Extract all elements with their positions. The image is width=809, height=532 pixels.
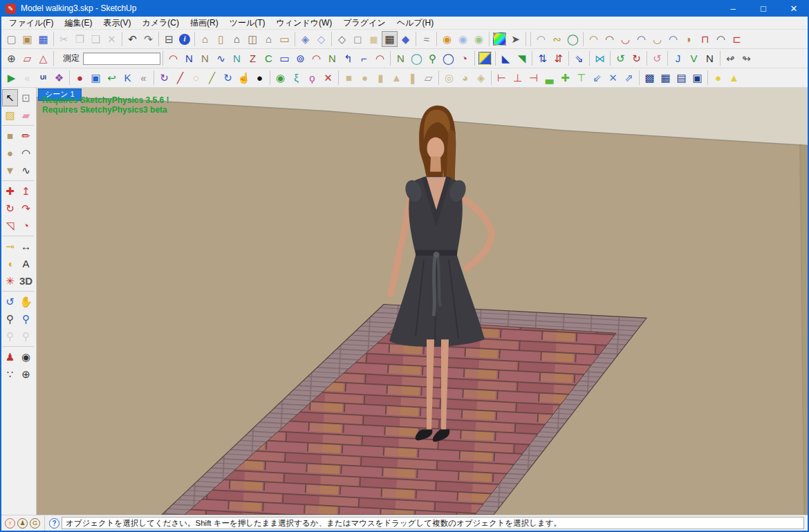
select-tool-icon[interactable]: ↖ bbox=[2, 89, 18, 106]
zoom-next-tool-icon[interactable]: ⚲ bbox=[18, 327, 34, 345]
paste-icon[interactable]: ❏ bbox=[88, 31, 104, 47]
align-blue-3-icon[interactable]: ⇗ bbox=[621, 70, 637, 86]
chevrons-icon[interactable]: « bbox=[136, 70, 151, 86]
compass-tool-icon[interactable]: ⊕ bbox=[18, 365, 34, 383]
save-icon[interactable]: ▦ bbox=[35, 31, 51, 47]
menu-help[interactable]: ヘルプ(H) bbox=[391, 17, 440, 30]
freehand-tool-icon[interactable]: ∿ bbox=[18, 162, 34, 179]
align-blue-1-icon[interactable]: ⇙ bbox=[589, 70, 605, 86]
motor-icon[interactable]: ◉ bbox=[272, 70, 288, 86]
solid-capsule-icon[interactable]: ❚ bbox=[404, 70, 420, 86]
text-tool-icon[interactable]: A bbox=[18, 255, 34, 272]
refresh-blue-icon[interactable]: ↻ bbox=[220, 70, 236, 86]
solid-torus-icon[interactable]: ◎ bbox=[441, 70, 457, 86]
arrows-updown-red-icon[interactable]: ⇵ bbox=[550, 50, 566, 66]
rotate-pink-icon[interactable]: ↺ bbox=[649, 50, 665, 66]
texture-tool-4-icon[interactable]: ▣ bbox=[689, 70, 705, 86]
arc3-tool-icon[interactable]: ◠ bbox=[372, 50, 388, 66]
arrows-updown-blue-icon[interactable]: ⇅ bbox=[534, 50, 550, 66]
component-panel-icon[interactable]: ▯ bbox=[213, 31, 229, 47]
orbit-tool-icon[interactable]: ↺ bbox=[2, 293, 18, 310]
house-outline-icon[interactable]: ⌂ bbox=[229, 31, 245, 47]
flag-blue-icon[interactable]: ◣ bbox=[498, 50, 514, 66]
eraser-icon[interactable]: ▰ bbox=[18, 106, 34, 124]
box-open-icon[interactable]: ◫ bbox=[245, 31, 261, 47]
measurement-input[interactable] bbox=[83, 53, 160, 65]
physics-joints-icon[interactable]: ❖ bbox=[51, 70, 67, 86]
rotate-green-icon[interactable]: ↺ bbox=[613, 50, 629, 66]
scale-tool-icon[interactable]: ◹ bbox=[2, 217, 18, 234]
terrain-n-icon[interactable]: N bbox=[702, 50, 718, 66]
terrain-j-icon[interactable]: J bbox=[670, 50, 686, 66]
surface-tool-1-icon[interactable]: ◠ bbox=[586, 31, 602, 47]
model-viewport[interactable]: シーン 1 Requires SketchyPhysics 3.5.6 ! Re… bbox=[37, 88, 808, 515]
texture-tool-1-icon[interactable]: ▩ bbox=[642, 70, 658, 86]
spiral-tool-icon[interactable]: ⊚ bbox=[292, 50, 308, 66]
rotate-tool-icon[interactable]: ↻ bbox=[2, 200, 18, 217]
credit-icon-1[interactable]: ♀ bbox=[5, 518, 15, 529]
dashed-circle-icon[interactable]: ◌ bbox=[188, 70, 204, 86]
surface-tool-8-icon[interactable]: ⊓ bbox=[697, 31, 713, 47]
solid-plane-icon[interactable]: ▱ bbox=[420, 70, 436, 86]
rectangle-tool-icon[interactable]: ■ bbox=[2, 127, 18, 144]
push-pull-tool-icon[interactable]: ↥ bbox=[18, 182, 34, 200]
hidden-line-mode-icon[interactable]: ◻ bbox=[350, 31, 366, 47]
angle-poly-tool-icon[interactable]: N bbox=[393, 50, 409, 66]
physics-play-icon[interactable]: ▶ bbox=[3, 70, 19, 86]
texture-tool-3-icon[interactable]: ▤ bbox=[673, 70, 689, 86]
walk-tool-icon[interactable]: ∵ bbox=[2, 365, 18, 383]
corner-sphere-blue-icon[interactable]: ◉ bbox=[455, 31, 471, 47]
section-arrows-icon[interactable]: ≈ bbox=[418, 31, 434, 47]
surface-tool-2-icon[interactable]: ◠ bbox=[602, 31, 617, 47]
ellipse-black-icon[interactable]: ● bbox=[252, 70, 268, 86]
arc-curve-tool-icon[interactable]: ◠ bbox=[165, 50, 181, 66]
record-icon[interactable]: ● bbox=[72, 70, 88, 86]
menu-view[interactable]: 表示(V) bbox=[97, 17, 136, 30]
open-icon[interactable]: ▣ bbox=[19, 31, 35, 47]
pie-tool-icon[interactable]: ◔ bbox=[456, 50, 472, 66]
pan-tool-icon[interactable]: ✋ bbox=[18, 293, 34, 310]
menu-file[interactable]: ファイル(F) bbox=[3, 17, 59, 30]
line-tool-icon[interactable]: ✏ bbox=[18, 127, 34, 144]
plane-tool-icon[interactable]: ▱ bbox=[19, 50, 35, 66]
bezier-tool-icon[interactable]: N bbox=[181, 50, 197, 66]
zoom-tool-icon[interactable]: ⚲ bbox=[2, 310, 18, 327]
paint-bucket-icon[interactable]: ▨ bbox=[2, 106, 18, 124]
solid-sphere-icon[interactable]: ● bbox=[357, 70, 373, 86]
rotate-red-icon[interactable]: ↻ bbox=[629, 50, 644, 66]
axes-tool-icon[interactable]: ✳ bbox=[2, 272, 18, 289]
wireframe-mode-icon[interactable]: ◇ bbox=[334, 31, 350, 47]
circle-tool-icon[interactable]: ● bbox=[2, 144, 18, 162]
hand-point-icon[interactable]: ☝ bbox=[236, 70, 252, 86]
zigzag-tool-icon[interactable]: Z bbox=[245, 50, 261, 66]
redo-icon[interactable]: ↷ bbox=[140, 31, 156, 47]
protractor-tool-icon[interactable]: ◖ bbox=[2, 255, 18, 272]
plane-poly-tool-icon[interactable]: △ bbox=[35, 50, 51, 66]
delete-icon[interactable]: ✕ bbox=[104, 31, 120, 47]
distribute-t-icon[interactable]: ⊤ bbox=[573, 70, 589, 86]
refresh-purple-icon[interactable]: ↻ bbox=[156, 70, 172, 86]
c-arc-tool-icon[interactable]: C bbox=[261, 50, 277, 66]
menu-edit[interactable]: 編集(E) bbox=[59, 17, 97, 30]
physics-rewind-icon[interactable]: « bbox=[19, 70, 35, 86]
terrain-v-icon[interactable]: V bbox=[686, 50, 702, 66]
distribute-plus-icon[interactable]: ✚ bbox=[557, 70, 573, 86]
print-icon[interactable]: ⊟ bbox=[161, 31, 177, 47]
line-red-icon[interactable]: ╱ bbox=[172, 70, 188, 86]
corner-sphere-orange-icon[interactable]: ◉ bbox=[439, 31, 455, 47]
anchor-link-icon[interactable]: ∾ bbox=[549, 31, 565, 47]
export-anim-icon[interactable]: ↩ bbox=[104, 70, 120, 86]
solid-box-icon[interactable]: ■ bbox=[341, 70, 357, 86]
surface-tool-5-icon[interactable]: ◡ bbox=[649, 31, 665, 47]
wire-dome-icon[interactable]: ◯ bbox=[565, 31, 581, 47]
flip-curve-right-icon[interactable]: ↬ bbox=[738, 50, 754, 66]
menu-draw[interactable]: 描画(R) bbox=[185, 17, 224, 30]
align-blue-2-icon[interactable]: ✕ bbox=[605, 70, 621, 86]
texture-tool-2-icon[interactable]: ▦ bbox=[658, 70, 673, 86]
wrench-tool-icon[interactable]: ⚲ bbox=[425, 50, 440, 66]
credit-icon-3[interactable]: G bbox=[30, 518, 40, 529]
surface-tool-4-icon[interactable]: ◠ bbox=[633, 31, 649, 47]
magnet-pin-icon[interactable]: ϙ bbox=[304, 70, 320, 86]
solid-blob-icon[interactable]: ◕ bbox=[457, 70, 473, 86]
follow-me-tool-icon[interactable]: ↷ bbox=[18, 200, 34, 217]
